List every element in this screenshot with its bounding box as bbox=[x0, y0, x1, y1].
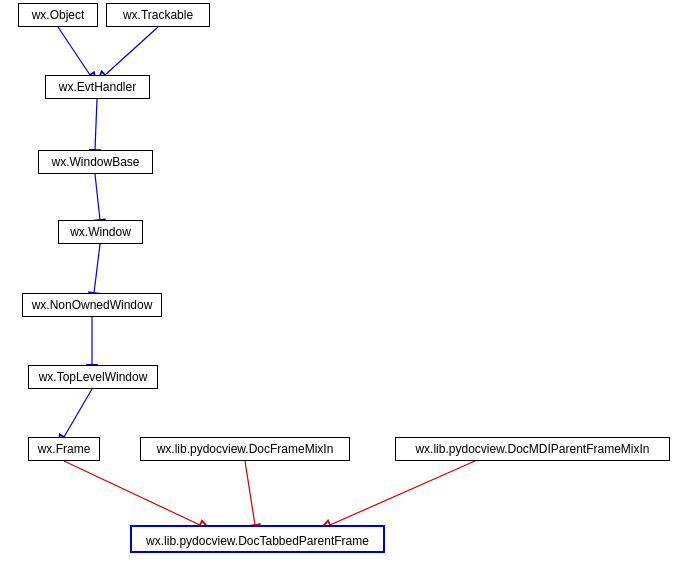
svg-line-7 bbox=[64, 461, 200, 525]
svg-line-9 bbox=[330, 461, 475, 525]
svg-line-8 bbox=[245, 461, 255, 525]
svg-line-3 bbox=[95, 174, 100, 220]
node-doctabbedparentframe[interactable]: wx.lib.pydocview.DocTabbedParentFrame bbox=[130, 525, 385, 553]
node-trackable[interactable]: wx.Trackable bbox=[106, 3, 210, 27]
node-windowbase[interactable]: wx.WindowBase bbox=[38, 150, 153, 174]
node-docframemixin[interactable]: wx.lib.pydocview.DocFrameMixIn bbox=[140, 437, 350, 461]
node-object[interactable]: wx.Object bbox=[18, 3, 98, 27]
svg-line-0 bbox=[58, 27, 90, 75]
svg-line-6 bbox=[64, 389, 92, 437]
diagram-container: wx.Object wx.Trackable wx.EvtHandler wx.… bbox=[0, 0, 692, 577]
node-nonownedwindow[interactable]: wx.NonOwnedWindow bbox=[22, 293, 162, 317]
svg-line-4 bbox=[94, 244, 100, 293]
node-toplevelwindow[interactable]: wx.TopLevelWindow bbox=[28, 365, 158, 389]
svg-line-1 bbox=[105, 27, 158, 75]
node-window[interactable]: wx.Window bbox=[58, 220, 143, 244]
node-docmdiparentframemixin[interactable]: wx.lib.pydocview.DocMDIParentFrameMixIn bbox=[395, 437, 670, 461]
node-evthandler[interactable]: wx.EvtHandler bbox=[45, 75, 150, 99]
svg-line-2 bbox=[95, 99, 97, 150]
node-frame[interactable]: wx.Frame bbox=[28, 437, 100, 461]
